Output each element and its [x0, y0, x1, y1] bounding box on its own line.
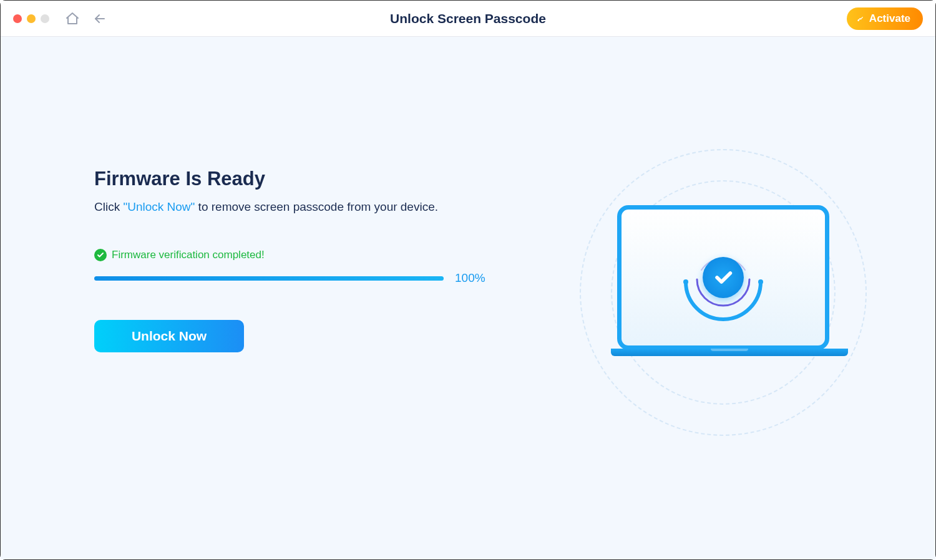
minimize-window-button[interactable]	[27, 14, 36, 23]
laptop-base	[611, 349, 848, 356]
window-title: Unlock Screen Passcode	[390, 11, 546, 26]
unlock-now-button[interactable]: Unlock Now	[94, 320, 244, 352]
content-area: Firmware Is Ready Click "Unlock Now" to …	[1, 37, 935, 559]
home-button[interactable]	[64, 11, 80, 27]
home-icon	[65, 11, 80, 26]
titlebar: Unlock Screen Passcode Activate	[1, 1, 935, 37]
arrow-left-icon	[92, 11, 107, 26]
page-heading: Firmware Is Ready	[94, 168, 515, 190]
progress-row: 100%	[94, 271, 515, 285]
verification-text: Firmware verification completed!	[112, 249, 265, 261]
progress-bar	[94, 276, 444, 281]
main-panel: Firmware Is Ready Click "Unlock Now" to …	[1, 37, 515, 559]
subtext-highlight: Unlock Now	[127, 200, 190, 213]
check-icon	[94, 249, 107, 261]
activate-button[interactable]: Activate	[847, 7, 923, 30]
subtext-suffix: to remove screen passcode from your devi…	[195, 200, 438, 213]
illustration	[573, 143, 873, 442]
window-controls	[13, 14, 49, 23]
checkmark-icon	[713, 267, 734, 288]
back-button[interactable]	[92, 11, 108, 27]
laptop-graphic	[611, 205, 836, 374]
maximize-window-button[interactable]	[41, 14, 49, 23]
close-window-button[interactable]	[13, 14, 22, 23]
activate-label: Activate	[869, 12, 910, 25]
verification-status: Firmware verification completed!	[94, 249, 515, 261]
page-subtext: Click "Unlock Now" to remove screen pass…	[94, 200, 515, 214]
subtext-prefix: Click	[94, 200, 123, 213]
success-badge	[703, 257, 744, 298]
laptop-screen	[617, 205, 829, 350]
unlock-label: Unlock Now	[132, 329, 207, 343]
progress-percent: 100%	[455, 271, 485, 285]
screen-content	[670, 224, 776, 331]
